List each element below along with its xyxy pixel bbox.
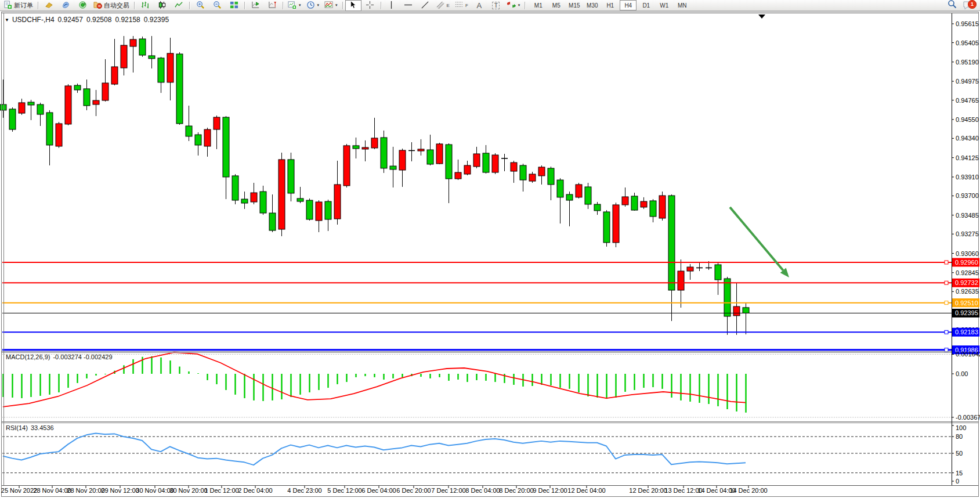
- candle-body: [279, 160, 285, 229]
- candle-body: [65, 86, 71, 124]
- candle-body: [111, 67, 118, 84]
- auto-scroll-button[interactable]: [247, 0, 263, 11]
- price-axis-label: 0.95615: [956, 20, 979, 27]
- toolbar-separator: [132, 1, 136, 10]
- timeframe-button-d1[interactable]: D1: [638, 0, 654, 10]
- timeframe-button-m15[interactable]: M15: [566, 0, 583, 10]
- time-axis-label: 4 Dec 23:00: [287, 487, 321, 494]
- price-axis-label: 0.92845: [956, 269, 979, 276]
- candle-body: [325, 201, 331, 219]
- candle-body: [548, 168, 554, 185]
- vertical-line-tool-button[interactable]: [384, 0, 400, 11]
- candle-body: [659, 196, 666, 218]
- arrows-tool-button[interactable]: ▾: [505, 0, 523, 11]
- label-tool-button[interactable]: T: [488, 0, 504, 11]
- candle-body: [483, 153, 489, 172]
- line-price-label: 0.92183: [955, 329, 978, 335]
- candle-body: [455, 172, 461, 179]
- timeframe-button-m30[interactable]: M30: [584, 0, 601, 10]
- profiles-button[interactable]: [41, 0, 57, 11]
- indicators-button[interactable]: ▾: [322, 0, 340, 11]
- tile-windows-button[interactable]: [226, 0, 242, 11]
- timeframe-button-w1[interactable]: W1: [656, 0, 672, 10]
- trendline-tool-button[interactable]: [417, 0, 433, 11]
- timeframe-button-m5[interactable]: M5: [548, 0, 565, 10]
- line-chart-button[interactable]: [171, 0, 187, 11]
- candle-body: [631, 196, 638, 210]
- line-handle[interactable]: [945, 281, 948, 284]
- toolbar-separator: [523, 1, 527, 10]
- timeframe-button-m1[interactable]: M1: [530, 0, 547, 10]
- line-handle[interactable]: [945, 348, 948, 352]
- zoom-in-button[interactable]: [192, 0, 208, 11]
- channel-tool-button[interactable]: E: [434, 0, 452, 11]
- cursor-tool-button[interactable]: [345, 0, 361, 11]
- rsi-axis-label: 100: [956, 424, 966, 431]
- line-handle[interactable]: [945, 330, 948, 334]
- indicators-icon: [324, 1, 333, 10]
- new-chart-button[interactable]: ▾: [285, 0, 303, 11]
- time-axis-label: 29 Nov 12:00: [101, 487, 139, 494]
- crosshair-tool-button[interactable]: [362, 0, 378, 11]
- toolbar-separator: [243, 1, 247, 10]
- candle-body: [56, 124, 62, 146]
- chart-shift-button[interactable]: [264, 0, 280, 11]
- candle-body: [492, 155, 498, 172]
- fibonacci-tool-button[interactable]: F: [453, 0, 471, 11]
- price-axis-label: 0.93060: [956, 250, 979, 257]
- macd-axis-label: -0.003674: [956, 414, 980, 421]
- macd-values: -0.003274 -0.002429: [53, 353, 112, 360]
- chart-dropdown-icon[interactable]: ▼: [5, 17, 9, 23]
- candlestick-chart-button[interactable]: [154, 0, 170, 11]
- time-axis-label: 5 Dec 12:00: [327, 487, 361, 494]
- candle-body: [399, 150, 406, 170]
- timeframe-button-mn[interactable]: MN: [674, 0, 690, 10]
- candle-body: [260, 192, 266, 213]
- channel-e-glyph: E: [447, 3, 450, 8]
- line-price-label: 0.92732: [955, 279, 978, 286]
- signal-button[interactable]: [74, 0, 91, 11]
- macd-axis-label: 0.00: [956, 370, 968, 377]
- ohlc-close: 0.92395: [144, 16, 169, 24]
- candle-body: [724, 279, 731, 316]
- time-axis-label: 6 Dec 20:00: [396, 487, 431, 494]
- line-chart-icon: [175, 1, 183, 10]
- price-axis-label: 0.93485: [956, 212, 979, 219]
- line-handle[interactable]: [945, 301, 948, 305]
- bar-chart-icon: [141, 1, 150, 10]
- search-icon[interactable]: [948, 0, 957, 11]
- text-tool-button[interactable]: A: [471, 0, 487, 11]
- ohlc-low: 0.92158: [115, 16, 140, 24]
- zoom-out-button[interactable]: [209, 0, 225, 11]
- arrows-icon: [507, 1, 516, 10]
- toolbar-separator: [341, 1, 345, 10]
- dropdown-caret-icon: ▾: [317, 3, 320, 8]
- horizontal-line-tool-button[interactable]: [400, 0, 417, 11]
- autotrade-button[interactable]: 自动交易: [91, 0, 132, 11]
- notifications-button[interactable]: 1: [963, 1, 974, 10]
- profiles-icon: [45, 1, 53, 10]
- candle-body: [529, 174, 536, 181]
- new-chart-icon: [288, 1, 296, 10]
- timeframe-button-h1[interactable]: H1: [602, 0, 619, 10]
- candle-body: [511, 163, 517, 171]
- ohlc-open: 0.92457: [58, 16, 83, 24]
- time-axis-label: 7 Dec 12:00: [431, 487, 465, 494]
- candle-body: [251, 193, 257, 202]
- candle-body: [743, 308, 749, 313]
- bar-chart-button[interactable]: [137, 0, 153, 11]
- timeframe-button-h4[interactable]: H4: [620, 0, 637, 10]
- candlestick-chart-icon: [158, 1, 167, 10]
- time-axis-label: 30 Nov 04:00: [136, 487, 173, 494]
- rsi-axis-label: 80: [956, 433, 963, 440]
- candle-body: [427, 150, 433, 164]
- candle-body: [585, 187, 591, 204]
- line-handle[interactable]: [945, 261, 948, 264]
- new-order-button[interactable]: 新订单: [1, 0, 35, 11]
- data-window-button[interactable]: [57, 0, 74, 11]
- ohlc-high: 0.92508: [86, 16, 111, 24]
- toolbar-separator: [187, 1, 191, 10]
- periods-clock-button[interactable]: ▾: [304, 0, 322, 11]
- candle-body: [390, 166, 396, 169]
- timeframe-toolbar: M1M5M15M30H1H4D1W1MN: [530, 0, 690, 10]
